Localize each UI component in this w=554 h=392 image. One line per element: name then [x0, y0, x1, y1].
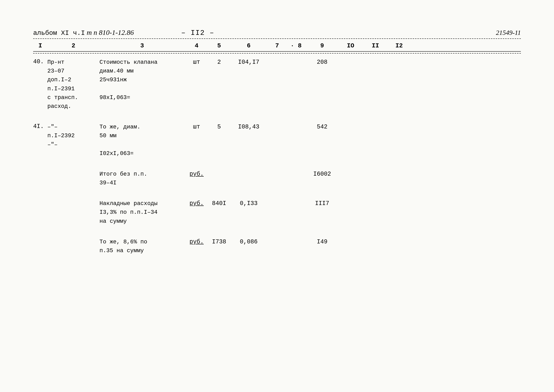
table-row: Итого без п.п.39–4I руб. I6002	[33, 170, 521, 187]
col-header-5: 5	[208, 42, 230, 49]
column-headers: I 2 3 4 5 6 7 · 8 9 IO II I2	[33, 40, 521, 52]
col-header-6: 6	[230, 42, 268, 49]
row-41-unit: шт	[185, 123, 208, 130]
col-header-2: 2	[47, 42, 99, 49]
header-area: альбом XI ч.I т п 810-1-12.86 – II2 – 21…	[33, 28, 521, 37]
itogo-total: I6002	[305, 170, 339, 177]
row-41-ref: –"–п.I–2392–"–	[47, 123, 99, 149]
tozhe-qty: I738	[208, 238, 230, 245]
col-header-1: I	[33, 42, 47, 49]
data-rows: 40. Пр-нт23–07доп.I–2п.I–2391с трансп.ра…	[33, 58, 521, 255]
table-row: 4I. –"–п.I–2392–"– То же, диам.50 ммI02х…	[33, 123, 521, 158]
nakladnye-num	[33, 199, 47, 200]
page: альбом XI ч.I т п 810-1-12.86 – II2 – 21…	[0, 0, 554, 392]
tozhe-desc: То же, 8,6% поп.35 на сумму	[99, 238, 185, 255]
tozhe-num	[33, 238, 47, 238]
col-header-9: 9	[305, 42, 339, 49]
itogo-unit: руб.	[185, 170, 208, 177]
nakladnye-price: 0,I33	[230, 199, 268, 207]
row-41-price: I08,43	[230, 123, 268, 130]
col-header-4: 4	[185, 42, 208, 49]
table-row: 40. Пр-нт23–07доп.I–2п.I–2391с трансп.ра…	[33, 58, 521, 111]
header-center: – II2 –	[181, 29, 214, 37]
col-header-11: II	[362, 42, 388, 49]
row-40-qty: 2	[208, 58, 230, 66]
row-40-num: 40.	[33, 58, 47, 65]
itogo-price	[230, 170, 268, 171]
nakladnye-unit: руб.	[185, 199, 208, 207]
itogo-qty	[208, 170, 230, 171]
row-40-desc: Стоимость клапанадиам.40 мм25ч931нж98хI,…	[99, 58, 185, 102]
table-row: То же, 8,6% поп.35 на сумму руб. I738 0,…	[33, 238, 521, 255]
below-header-dashed	[33, 53, 521, 54]
row-41-num: 4I.	[33, 123, 47, 130]
row-41-total: 542	[305, 123, 339, 130]
itogo-desc: Итого без п.п.39–4I	[99, 170, 185, 187]
itogo-num	[33, 170, 47, 170]
row-40-unit: шт	[185, 58, 208, 66]
nakladnye-qty: 840I	[208, 199, 230, 207]
row-40-ref: Пр-нт23–07доп.I–2п.I–2391с трансп.расход…	[47, 58, 99, 111]
col-header-3: 3	[99, 42, 185, 49]
top-dashed-line	[33, 38, 521, 39]
col-header-12: I2	[388, 42, 410, 49]
album-tp: т п 810-1-12.86	[85, 28, 134, 36]
header-right: 21549-11	[496, 29, 521, 36]
row-40-price: I04,I7	[230, 58, 268, 66]
tozhe-total: I49	[305, 238, 339, 245]
col-header-10: IO	[339, 42, 362, 49]
row-40-total: 208	[305, 58, 339, 66]
col-header-7: 7	[268, 42, 287, 49]
tozhe-unit: руб.	[185, 238, 208, 245]
nakladnye-desc: Накладные расходыI3,3% по п.п.I–34на сум…	[99, 199, 185, 226]
col-header-8: · 8	[287, 42, 305, 49]
album-label: альбом XI ч.I	[33, 29, 85, 37]
header-left-label: альбом XI ч.I т п 810-1-12.86	[33, 28, 134, 37]
table-row: Накладные расходыI3,3% по п.п.I–34на сум…	[33, 199, 521, 226]
row-41-qty: 5	[208, 123, 230, 130]
tozhe-price: 0,086	[230, 238, 268, 245]
row-41-desc: То же, диам.50 ммI02хI,063=	[99, 123, 185, 158]
nakladnye-total: III7	[305, 199, 339, 207]
